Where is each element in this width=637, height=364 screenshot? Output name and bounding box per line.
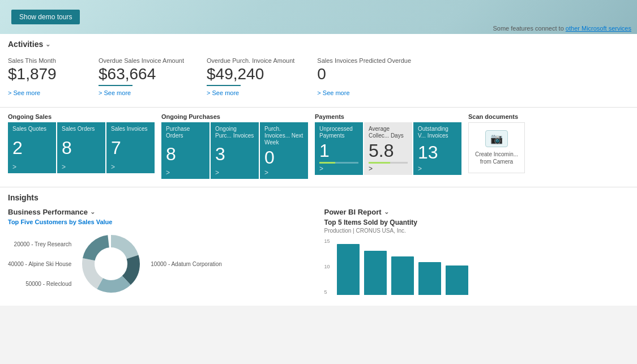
donut-labels-left: 20000 - Trey Research 40000 - Alpine Ski… — [8, 241, 71, 287]
tile-bar-bg — [319, 162, 358, 164]
microsoft-services-link[interactable]: other Microsoft services — [566, 25, 631, 32]
bar-1 — [337, 244, 360, 295]
donut-label-trey: 20000 - Trey Research — [8, 241, 71, 247]
activity-item-sales-month: Sales This Month $1,879 > See more — [8, 57, 76, 97]
bar-3 — [391, 256, 414, 295]
donut-label-relecloud: 50000 - Relecloud — [8, 281, 71, 287]
bar-chart: 15 10 5 — [324, 238, 630, 295]
tile-label-outstanding: Outstanding V... Invoices — [418, 126, 457, 139]
tile-outstanding-invoices[interactable]: Outstanding V... Invoices 13 > — [413, 122, 461, 175]
power-bi-title: Power BI Report ⌄ — [324, 208, 630, 216]
activity-label-1: Overdue Sales Invoice Amount — [99, 57, 184, 65]
activity-label-2: Overdue Purch. Invoice Amount — [207, 57, 294, 65]
activity-link-0[interactable]: > See more — [8, 89, 40, 96]
activity-value-0: $1,879 — [8, 66, 76, 83]
business-performance-title: Business Performance ⌄ — [8, 208, 313, 216]
tile-value-sales-quotes: 2 — [12, 139, 52, 157]
tile-arrow: > — [62, 163, 101, 171]
tile-label-purch-next-week: Purch. Invoices... Next Week — [264, 126, 303, 146]
banner: Show demo tours Some features connect to… — [0, 0, 637, 34]
power-bi-panel: Power BI Report ⌄ Top 5 Items Sold by Qu… — [324, 208, 630, 298]
activity-label-3: Sales Invoices Predicted Overdue — [317, 57, 411, 65]
tile-arrow: > — [418, 165, 457, 173]
donut-labels-right: 10000 - Adatum Corporation — [151, 261, 222, 267]
tiles-group-scan: Scan documents 📷 Create Incomin... from … — [468, 113, 525, 173]
tile-value-outstanding: 13 — [418, 143, 457, 161]
payments-label: Payments — [315, 113, 461, 120]
pbi-chevron[interactable]: ⌄ — [384, 208, 389, 216]
tile-value-sales-orders: 8 — [62, 139, 101, 157]
y-axis: 15 10 5 — [324, 238, 332, 295]
activity-item-invoices-predicted: Sales Invoices Predicted Overdue 0 > See… — [317, 57, 411, 97]
tiles-group-payments: Payments Unprocessed Payments 1 > Averag… — [315, 113, 461, 175]
activities-title: Activities ⌄ — [8, 40, 629, 49]
activity-value-1: $63,664 — [99, 66, 184, 83]
camera-icon: 📷 — [485, 130, 508, 147]
activity-value-2: $49,240 — [207, 66, 294, 83]
activity-item-overdue-sales: Overdue Sales Invoice Amount $63,664 > S… — [99, 57, 184, 97]
tile-avg-collect-days[interactable]: Average Collec... Days 5.8 > — [364, 122, 412, 175]
tiles-group-ongoing-sales: Ongoing Sales Sales Quotes 2 > Sales Ord… — [8, 113, 155, 173]
bar-chart-subtitle: Production | CRONUS USA, Inc. — [324, 228, 630, 234]
payments-tiles: Unprocessed Payments 1 > Average Collec.… — [315, 122, 461, 175]
business-performance-panel: Business Performance ⌄ Top Five Customer… — [8, 208, 313, 298]
tile-label-sales-invoices: Sales Invoices — [111, 126, 150, 132]
tile-arrow: > — [166, 169, 205, 177]
svg-point-5 — [97, 250, 125, 278]
activity-underline-2 — [207, 85, 241, 86]
activity-link-1[interactable]: > See more — [99, 89, 131, 96]
bp-chevron[interactable]: ⌄ — [90, 208, 95, 216]
bar-chart-title: Top 5 Items Sold by Quantity — [324, 219, 630, 226]
activity-link-2[interactable]: > See more — [207, 89, 239, 96]
activities-chevron[interactable]: ⌄ — [45, 41, 50, 48]
tile-unprocessed-payments[interactable]: Unprocessed Payments 1 > — [315, 122, 363, 175]
tile-label-purchase-orders: Purchase Orders — [166, 126, 205, 139]
activity-value-3: 0 — [317, 66, 411, 83]
ongoing-purchases-tiles: Purchase Orders 8 > Ongoing Purc... Invo… — [161, 122, 308, 179]
tile-arrow: > — [264, 169, 303, 177]
ongoing-purchases-label: Ongoing Purchases — [161, 113, 308, 120]
ongoing-sales-label: Ongoing Sales — [8, 113, 155, 120]
tile-purchase-orders[interactable]: Purchase Orders 8 > — [161, 122, 210, 179]
tile-label-unprocessed: Unprocessed Payments — [319, 126, 358, 139]
insights-section: Insights Business Performance ⌄ Top Five… — [0, 187, 637, 306]
tiles-group-ongoing-purchases: Ongoing Purchases Purchase Orders 8 > On… — [161, 113, 308, 179]
activity-link-3[interactable]: > See more — [317, 89, 349, 96]
tile-sales-invoices[interactable]: Sales Invoices 7 > — [106, 122, 155, 173]
tile-label-ongoing-purch: Ongoing Purc... Invoices — [215, 126, 254, 139]
tile-label-avg-collect: Average Collec... Days — [369, 126, 408, 139]
activity-item-overdue-purch: Overdue Purch. Invoice Amount $49,240 > … — [207, 57, 294, 97]
bp-subtitle: Top Five Customers by Sales Value — [8, 219, 313, 225]
insights-row: Business Performance ⌄ Top Five Customer… — [8, 208, 629, 298]
tile-value-purchase-orders: 8 — [166, 145, 205, 163]
insights-title: Insights — [8, 193, 629, 202]
donut-label-adatum: 10000 - Adatum Corporation — [151, 261, 222, 267]
tile-sales-orders[interactable]: Sales Orders 8 > — [57, 122, 105, 173]
tile-arrow: > — [215, 169, 254, 177]
tile-purch-invoices-next-week[interactable]: Purch. Invoices... Next Week 0 > — [260, 122, 308, 179]
tile-value-ongoing-purch: 3 — [215, 145, 254, 163]
activities-section: Activities ⌄ Sales This Month $1,879 > S… — [0, 34, 637, 108]
donut-label-alpine: 40000 - Alpine Ski House — [8, 261, 71, 267]
donut-container: 20000 - Trey Research 40000 - Alpine Ski… — [8, 230, 313, 298]
tile-arrow: > — [369, 165, 408, 173]
tile-value-unprocessed: 1 — [319, 142, 358, 160]
demo-tours-button[interactable]: Show demo tours — [11, 10, 80, 24]
tile-ongoing-purch-invoices[interactable]: Ongoing Purc... Invoices 3 > — [211, 122, 259, 179]
tiles-group-row: Ongoing Sales Sales Quotes 2 > Sales Ord… — [8, 113, 629, 179]
tile-bar-fill — [319, 162, 335, 164]
scan-tile[interactable]: 📷 Create Incomin... from Camera — [468, 122, 525, 173]
bar-chart-container: Top 5 Items Sold by Quantity Production … — [324, 219, 630, 295]
activity-label-0: Sales This Month — [8, 57, 76, 65]
bar-4 — [418, 262, 441, 295]
bar-2 — [364, 251, 387, 295]
tile-arrow: > — [319, 165, 358, 173]
tile-value-avg-collect: 5.8 — [369, 142, 408, 160]
activities-row: Sales This Month $1,879 > See more Overd… — [8, 54, 629, 99]
banner-notice: Some features connect to other Microsoft… — [493, 25, 631, 32]
tile-value-purch-next-week: 0 — [264, 148, 303, 166]
tile-sales-quotes[interactable]: Sales Quotes 2 > — [8, 122, 56, 173]
activity-underline-1 — [99, 85, 132, 86]
donut-chart — [77, 230, 145, 298]
tile-arrow: > — [111, 163, 150, 171]
